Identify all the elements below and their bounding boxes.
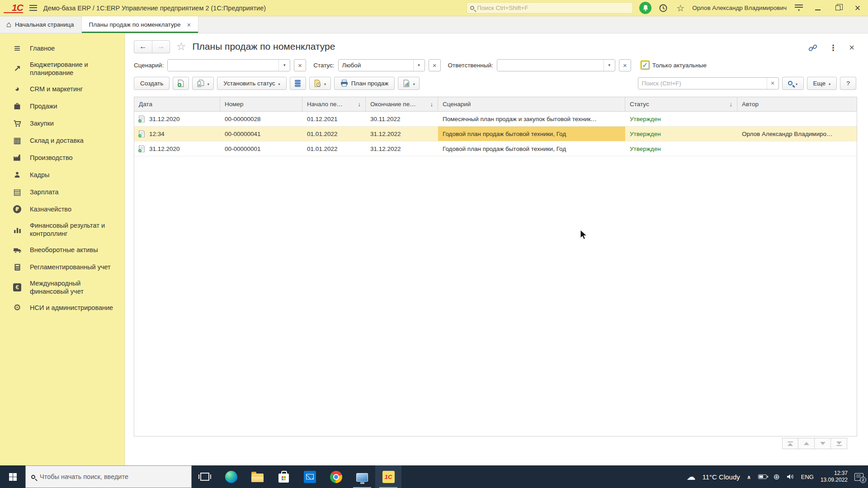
more-actions-button[interactable]: Еще [807, 77, 837, 90]
history-button[interactable] [658, 3, 669, 14]
taskbar-file-explorer[interactable] [244, 465, 270, 488]
sidebar-item-warehouse[interactable]: Склад и доставка [0, 132, 124, 149]
create-new-button[interactable] [173, 77, 189, 90]
responsible-filter-input[interactable] [497, 60, 604, 71]
sales-plan-print-button[interactable]: План продаж [334, 77, 395, 90]
close-form-icon[interactable] [849, 42, 854, 53]
tab-home-page[interactable]: Начальная страница [0, 16, 82, 33]
only-actual-checkbox-wrap[interactable]: Только актуальные [641, 61, 707, 69]
column-header-status[interactable]: Статус [625, 97, 737, 111]
taskbar-mail[interactable] [297, 465, 323, 488]
scenario-filter-combo[interactable] [167, 59, 290, 71]
search-dropdown-arrow-icon[interactable] [796, 80, 797, 87]
set-status-button[interactable]: Установить статус [217, 77, 286, 90]
sidebar-item-purchases[interactable]: Закупки [0, 115, 124, 132]
weather-cloud-icon[interactable] [687, 471, 696, 482]
sidebar-item-main[interactable]: Главное [0, 40, 124, 57]
copy-button[interactable] [192, 77, 214, 90]
network-globe-icon[interactable] [774, 472, 780, 482]
sidebar-item-payroll[interactable]: Зарплата [0, 183, 124, 201]
reports-dropdown-arrow-icon[interactable] [413, 80, 415, 87]
get-link-icon[interactable] [808, 43, 817, 52]
main-menu-icon[interactable] [29, 5, 37, 11]
global-search-box[interactable] [467, 2, 633, 14]
table-row[interactable]: 31.12.2020 00-00000001 01.01.2022 31.12.… [134, 141, 857, 156]
taskbar-store[interactable] [270, 465, 297, 488]
scenario-dropdown-arrow-icon[interactable] [278, 60, 290, 71]
global-search-input[interactable] [477, 5, 629, 11]
tab-sales-plans[interactable]: Планы продаж по номенклатуре [82, 16, 199, 33]
search-button[interactable] [782, 77, 804, 90]
responsible-filter-combo[interactable] [497, 59, 615, 71]
go-first-button[interactable] [782, 438, 798, 449]
sidebar-item-admin[interactable]: НСИ и администрирование [0, 299, 124, 316]
table-row[interactable]: 31.12.2020 00-00000028 01.12.2021 30.11.… [134, 112, 857, 127]
add-to-favorites-star[interactable] [176, 40, 186, 53]
scenario-clear-button[interactable] [294, 59, 306, 71]
taskbar-chrome[interactable] [323, 465, 349, 488]
battery-icon[interactable] [758, 474, 767, 479]
column-header-period-start[interactable]: Начало пе… [302, 97, 366, 111]
sidebar-item-finresult[interactable]: Финансовый результат и контроллинг [0, 218, 118, 241]
column-header-period-end[interactable]: Окончание пе… [366, 97, 438, 111]
current-user-name[interactable]: Орлов Александр Владимирович [692, 5, 787, 11]
column-header-scenario[interactable]: Сценарий [438, 97, 625, 111]
taskbar-1c-app[interactable] [375, 465, 401, 488]
column-header-number[interactable]: Номер [220, 97, 302, 111]
status-filter-input[interactable] [339, 60, 413, 71]
list-search-box[interactable] [638, 77, 779, 89]
list-search-clear-icon[interactable] [767, 78, 778, 89]
list-search-input[interactable] [638, 80, 767, 87]
sidebar-item-ifrs[interactable]: Международный финансовый учет [0, 276, 113, 299]
weather-text[interactable]: 11°C Cloudy [703, 473, 740, 481]
sidebar-item-hr[interactable]: Кадры [0, 166, 124, 183]
favorites-star-button[interactable] [675, 3, 686, 14]
speaker-icon[interactable] [787, 474, 794, 480]
go-up-button[interactable] [798, 438, 815, 449]
status-history-dropdown-arrow-icon[interactable] [324, 80, 326, 87]
column-header-author[interactable]: Автор [737, 97, 857, 111]
forward-button[interactable] [152, 41, 170, 53]
tab-close-icon[interactable] [187, 21, 191, 28]
taskbar-search-box[interactable] [25, 465, 192, 488]
column-header-date[interactable]: Дата [134, 97, 220, 111]
responsible-clear-button[interactable] [619, 59, 631, 71]
taskbar-remote-desktop[interactable] [349, 465, 375, 488]
help-button[interactable]: ? [840, 77, 856, 90]
more-menu-icon[interactable] [829, 43, 837, 53]
reports-button[interactable] [398, 77, 420, 90]
scenario-filter-input[interactable] [168, 60, 278, 71]
status-filter-combo[interactable] [338, 59, 425, 71]
taskbar-search-input[interactable] [40, 473, 186, 480]
task-view-button[interactable] [192, 465, 218, 488]
status-dropdown-arrow-icon[interactable] [413, 60, 425, 71]
copy-dropdown-arrow-icon[interactable] [208, 80, 209, 87]
sidebar-item-crm[interactable]: CRM и маркетинг [0, 80, 124, 98]
sidebar-item-sales[interactable]: Продажи [0, 98, 124, 115]
close-window-button[interactable] [851, 2, 864, 14]
taskbar-clock[interactable]: 12:37 13.09.2022 [821, 470, 848, 483]
responsible-dropdown-arrow-icon[interactable] [604, 60, 615, 71]
go-down-button[interactable] [815, 438, 831, 449]
service-menu-button[interactable] [793, 5, 805, 11]
minimize-button[interactable] [811, 2, 825, 14]
start-button[interactable] [0, 465, 25, 488]
tray-expand-chevron-icon[interactable] [747, 474, 751, 480]
action-center-icon[interactable]: 2 [854, 473, 863, 481]
back-button[interactable] [134, 41, 152, 53]
sidebar-item-fixed-assets[interactable]: Внеоборотные активы [0, 241, 124, 258]
sidebar-item-treasury[interactable]: Казначейство [0, 201, 124, 218]
sidebar-item-production[interactable]: Производство [0, 149, 124, 166]
table-row-selected[interactable]: 12:34 00-00000041 01.01.2022 31.12.2022 … [134, 127, 857, 141]
restore-button[interactable] [831, 2, 844, 14]
cell-scenario-focused[interactable]: Годовой план продаж бытовой техники, Год [438, 127, 625, 141]
taskbar-edge[interactable] [218, 465, 244, 488]
create-button[interactable]: Создать [134, 77, 170, 90]
status-clear-button[interactable] [429, 59, 441, 71]
discussions-bell-button[interactable] [639, 2, 651, 14]
sidebar-item-budgeting[interactable]: Бюджетирование и планирование [0, 57, 113, 80]
status-history-button[interactable] [309, 77, 331, 90]
list-settings-button[interactable] [290, 77, 306, 90]
only-actual-checkbox[interactable] [641, 61, 649, 69]
sidebar-item-regulated-accounting[interactable]: Регламентированный учет [0, 258, 124, 276]
